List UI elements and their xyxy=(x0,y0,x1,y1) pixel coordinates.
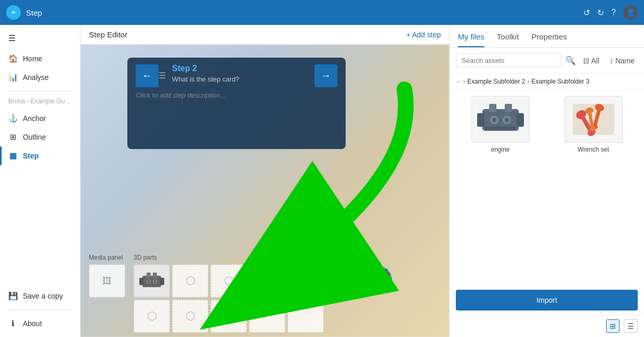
3d-parts-grid: ⬡ ⬡ ⬡ xyxy=(134,264,324,298)
svg-rect-15 xyxy=(505,104,512,112)
3d-part-cell-7[interactable]: ⬡ xyxy=(172,300,208,333)
titlebar: Step ↺ ↻ ? 👤 xyxy=(0,0,644,25)
sort-button[interactable]: ↕ Name xyxy=(607,55,638,67)
undo-button[interactable]: ↺ xyxy=(583,8,590,18)
grid-view-button[interactable]: ⊞ xyxy=(606,319,620,333)
asset-thumb-engine xyxy=(471,96,530,143)
editor-canvas: ← ☰ Step 2 What is the step card? → Clic… xyxy=(81,45,449,337)
redo-button[interactable]: ↻ xyxy=(597,8,604,18)
right-panel-search-row: 🔍 ⊟ All ↕ Name xyxy=(450,48,644,74)
svg-point-19 xyxy=(505,118,509,122)
breadcrumb-folder1[interactable]: Example Subfolder 2 xyxy=(467,78,525,85)
list-view-icon: ☰ xyxy=(627,322,634,330)
main-layout: ☰ 🏠 Home 📊 Analyse Bruna - Example Gu...… xyxy=(0,25,644,337)
engine-preview-svg xyxy=(475,99,527,140)
asset-item-wrench[interactable]: Wrench set xyxy=(549,96,638,279)
help-button[interactable]: ? xyxy=(611,8,616,17)
analyse-icon: 📊 xyxy=(8,73,18,82)
editor-topbar: Step Editor + Add step xyxy=(81,25,449,45)
right-panel-tabs: My files Toolkit Properties xyxy=(450,25,644,48)
sort-icon: ↕ xyxy=(610,57,613,65)
right-panel-breadcrumb: ··· › Example Subfolder 2 › Example Subf… xyxy=(450,74,644,90)
filter-button[interactable]: ⊟ All xyxy=(580,55,602,67)
right-panel-footer: ⊞ ☰ xyxy=(450,315,644,337)
sidebar-bottom-divider xyxy=(8,309,72,310)
asset-label-engine: engine xyxy=(491,146,509,153)
sidebar-item-home[interactable]: 🏠 Home xyxy=(0,49,80,68)
search-input[interactable] xyxy=(456,53,561,68)
search-icon[interactable]: 🔍 xyxy=(566,56,576,65)
svg-point-9 xyxy=(154,280,156,282)
sidebar-item-analyse[interactable]: 📊 Analyse xyxy=(0,68,80,87)
step-description[interactable]: Click to add step description... xyxy=(136,91,337,99)
3d-part-cell-8[interactable]: ⬡ xyxy=(211,300,247,333)
svg-point-8 xyxy=(148,280,150,282)
anchor-icon: ⚓ xyxy=(8,114,18,123)
svg-rect-20 xyxy=(485,127,516,130)
sidebar-bottom: 💾 Save a copy ℹ About xyxy=(0,287,80,333)
tab-my-files[interactable]: My files xyxy=(458,25,484,47)
asset-item-engine[interactable]: engine xyxy=(456,96,545,279)
tab-properties[interactable]: Properties xyxy=(531,25,567,47)
media-panel-section: Media panel 🖼 xyxy=(89,254,125,333)
asset-label-wrench: Wrench set xyxy=(577,146,609,153)
titlebar-actions: ↺ ↻ ? 👤 xyxy=(583,5,638,20)
sidebar-item-about[interactable]: ℹ About xyxy=(0,314,80,333)
breadcrumb-folder2[interactable]: Example Subfolder 3 xyxy=(531,78,589,85)
add-step-button[interactable]: + Add step xyxy=(406,31,441,39)
3d-part-cell-9[interactable] xyxy=(249,300,285,333)
3d-part-cell-5[interactable] xyxy=(287,264,324,298)
3d-part-cell-4[interactable]: ⬡ xyxy=(249,264,285,298)
step-card-content: Click to add step description... xyxy=(127,91,346,107)
svg-rect-12 xyxy=(477,113,484,127)
image-placeholder-icon: 🖼 xyxy=(102,276,112,287)
svg-rect-3 xyxy=(160,278,164,285)
sidebar-item-outline[interactable]: ⊞ Outline xyxy=(0,128,80,146)
sidebar-item-anchor[interactable]: ⚓ Anchor xyxy=(0,109,80,128)
app-logo xyxy=(6,5,21,20)
svg-rect-4 xyxy=(147,273,151,278)
svg-rect-1 xyxy=(142,276,161,287)
breadcrumb-dots[interactable]: ··· xyxy=(456,78,461,85)
step-next-button[interactable]: → xyxy=(314,64,337,87)
home-icon: 🏠 xyxy=(8,54,18,63)
3d-part-cell-6[interactable]: ⬡ xyxy=(134,300,170,333)
sidebar-item-save-copy[interactable]: 💾 Save a copy xyxy=(0,287,80,305)
media-panel-label: Media panel xyxy=(89,254,125,261)
about-icon: ℹ xyxy=(8,319,18,328)
breadcrumb-sep-1: › xyxy=(463,78,465,85)
svg-rect-5 xyxy=(153,273,157,278)
sidebar: ☰ 🏠 Home 📊 Analyse Bruna - Example Gu...… xyxy=(0,25,81,337)
tab-toolkit[interactable]: Toolkit xyxy=(497,25,519,47)
outline-icon: ⊞ xyxy=(8,132,18,142)
step-icon: ▦ xyxy=(8,151,18,160)
app-title: Step xyxy=(26,8,583,17)
step-prev-button[interactable]: ← xyxy=(136,64,159,87)
hamburger-menu[interactable]: ☰ xyxy=(0,29,80,49)
3d-part-cell-10[interactable] xyxy=(287,300,324,333)
content-area: Step Editor + Add step ← ☰ Step 2 What i… xyxy=(81,25,449,337)
sidebar-divider xyxy=(8,91,72,91)
list-view-button[interactable]: ☰ xyxy=(624,319,638,333)
assets-grid: engine xyxy=(450,90,644,286)
import-button[interactable]: Import xyxy=(456,290,638,311)
bottom-panels: Media panel 🖼 3D parts xyxy=(81,250,449,337)
grid-view-icon: ⊞ xyxy=(610,322,616,330)
user-avatar[interactable]: 👤 xyxy=(623,5,638,20)
step-title[interactable]: Step 2 xyxy=(172,64,308,73)
3d-part-cell-2[interactable]: ⬡ xyxy=(172,264,208,298)
3d-parts-section: 3D parts xyxy=(134,254,324,333)
media-panel-cell[interactable]: 🖼 xyxy=(89,264,125,298)
sidebar-breadcrumb: Bruna - Example Gu... xyxy=(0,96,80,109)
save-icon: 💾 xyxy=(8,291,18,301)
media-panel-grid: 🖼 xyxy=(89,264,125,298)
engine-thumb xyxy=(138,268,165,293)
step-card: ← ☰ Step 2 What is the step card? → Clic… xyxy=(127,58,346,149)
svg-rect-13 xyxy=(517,113,524,127)
3d-part-cell-3[interactable]: ⬡ xyxy=(211,264,247,298)
step-card-header: ← ☰ Step 2 What is the step card? → xyxy=(127,58,346,91)
sidebar-item-step[interactable]: ▦ Step xyxy=(0,146,80,165)
3d-part-cell-filled[interactable] xyxy=(134,264,170,298)
right-panel: My files Toolkit Properties 🔍 ⊟ All ↕ Na… xyxy=(449,25,644,337)
svg-rect-14 xyxy=(489,104,496,112)
